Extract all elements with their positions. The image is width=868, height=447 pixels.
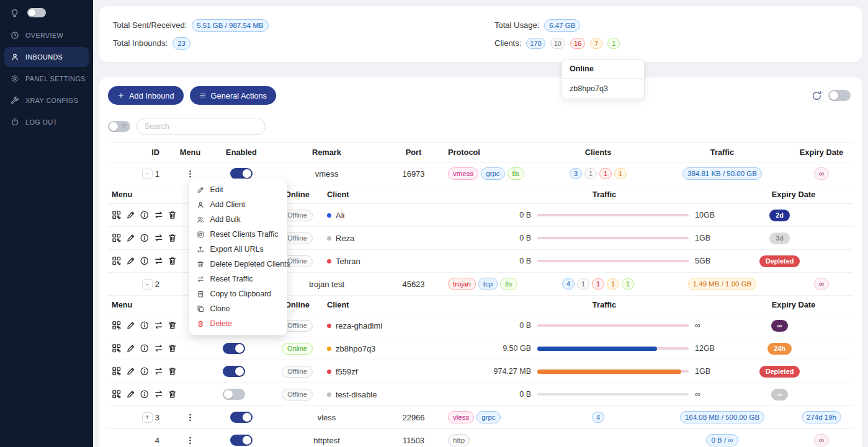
- delete-client-icon[interactable]: [168, 366, 177, 376]
- client-count-badge[interactable]: 1: [584, 168, 597, 179]
- info-icon[interactable]: [140, 389, 150, 399]
- delete-client-icon[interactable]: [168, 210, 177, 220]
- reset-client-traffic-icon[interactable]: [154, 210, 164, 220]
- reset-client-traffic-icon[interactable]: [154, 389, 164, 399]
- edit-client-icon[interactable]: [126, 389, 136, 399]
- dashboard-icon: [11, 31, 19, 40]
- reset-client-traffic-icon[interactable]: [154, 321, 164, 330]
- general-actions-button[interactable]: General Actions: [190, 86, 276, 105]
- edit-client-icon[interactable]: [126, 233, 136, 243]
- client-status-dot: [327, 324, 331, 328]
- client-count-badge[interactable]: 1: [592, 278, 604, 290]
- client-count-badge[interactable]: 1: [577, 278, 589, 290]
- row-menu-icon[interactable]: [186, 413, 195, 422]
- client-count-badge[interactable]: 4: [562, 278, 575, 290]
- total-usage-value: 6.47 GB: [544, 19, 580, 32]
- menu-item-add-bulk[interactable]: Add Bulk: [189, 212, 287, 227]
- menu-item-export-all-urls[interactable]: Export All URLs: [189, 242, 287, 257]
- wrench-icon: [11, 96, 19, 105]
- delete-client-icon[interactable]: [168, 233, 177, 243]
- sidebar-item-inbounds[interactable]: INBOUNDS: [4, 47, 89, 67]
- info-icon[interactable]: [140, 256, 150, 266]
- clients-count-badge[interactable]: 1: [607, 38, 620, 49]
- menu-item-delete[interactable]: Delete: [189, 316, 287, 331]
- inbound-enabled-toggle[interactable]: [230, 412, 253, 423]
- inbound-enabled-toggle[interactable]: [230, 168, 253, 179]
- inbound-enabled-toggle[interactable]: [230, 435, 253, 446]
- inbound-client-counts: 4: [542, 412, 654, 423]
- info-icon[interactable]: [140, 343, 150, 353]
- row-menu-icon[interactable]: [186, 436, 195, 445]
- collapse-button[interactable]: -: [142, 279, 153, 290]
- row-menu-icon[interactable]: [186, 169, 195, 179]
- delete-client-icon[interactable]: [168, 343, 177, 353]
- sidebar-item-panel-settings[interactable]: PANEL SETTINGS: [4, 69, 89, 89]
- clients-count-badge[interactable]: 10: [550, 38, 565, 49]
- qrcode-icon[interactable]: [112, 343, 122, 353]
- qrcode-icon[interactable]: [112, 233, 122, 243]
- refresh-icon[interactable]: [812, 91, 822, 101]
- client-actions: [108, 233, 195, 243]
- client-count-badge[interactable]: 1: [614, 168, 627, 179]
- delete-client-icon[interactable]: [168, 256, 177, 266]
- clients-count-badge[interactable]: 7: [590, 38, 602, 49]
- client-actions: [108, 343, 195, 353]
- add-inbound-button[interactable]: Add Inbound: [108, 86, 184, 105]
- inbound-row: + 3 vless 22966 vless grpc 4 164.08 MB /…: [108, 406, 853, 429]
- client-enabled-toggle[interactable]: [223, 366, 245, 377]
- sidebar-item-xray-configs[interactable]: XRAY CONFIGS: [4, 91, 89, 110]
- sidebar-item-overview[interactable]: OVERVIEW: [4, 25, 89, 45]
- clone-icon: [197, 305, 205, 313]
- reset-client-traffic-icon[interactable]: [154, 233, 164, 243]
- info-icon[interactable]: [140, 321, 150, 330]
- online-client-name[interactable]: zb8hpo7q3: [562, 79, 644, 99]
- reset-client-traffic-icon[interactable]: [154, 256, 164, 266]
- reset-client-traffic-icon[interactable]: [154, 343, 164, 353]
- sidebar-item-log-out[interactable]: LOG OUT: [4, 112, 89, 132]
- client-enabled-toggle[interactable]: [223, 389, 245, 400]
- menu-item-reset-traffic[interactable]: Reset Traffic: [189, 272, 287, 286]
- qrcode-icon[interactable]: [112, 389, 122, 399]
- qrcode-icon[interactable]: [112, 256, 122, 266]
- edit-client-icon[interactable]: [126, 210, 136, 220]
- clients-count-badge[interactable]: 16: [570, 38, 585, 49]
- inbound-id-cell: + 3: [108, 412, 167, 423]
- client-col-expiry: Expiry Date: [735, 190, 852, 199]
- delete-client-icon[interactable]: [168, 321, 177, 330]
- edit-client-icon[interactable]: [126, 343, 136, 353]
- add-bulk-icon: [197, 216, 205, 224]
- menu-item-clone[interactable]: Clone: [189, 301, 287, 316]
- client-enabled-toggle[interactable]: [223, 343, 245, 354]
- expand-button[interactable]: +: [142, 412, 153, 423]
- search-input[interactable]: [136, 118, 266, 135]
- info-icon[interactable]: [140, 233, 150, 243]
- collapse-button[interactable]: -: [142, 169, 153, 179]
- inbound-id: 4: [155, 436, 159, 445]
- delete-client-icon[interactable]: [168, 389, 177, 399]
- filter-toggle[interactable]: [108, 121, 130, 132]
- menu-item-delete-depleted-clients[interactable]: Delete Depleted Clients: [189, 257, 287, 272]
- clients-count-badge[interactable]: 170: [526, 38, 545, 49]
- qrcode-icon[interactable]: [112, 210, 122, 220]
- menu-item-edit[interactable]: Edit: [189, 182, 287, 197]
- edit-client-icon[interactable]: [126, 256, 136, 266]
- stats-right-column: Total Usage: 6.47 GB Clients: 170 10 16 …: [494, 16, 620, 52]
- edit-client-icon[interactable]: [126, 366, 136, 376]
- client-count-badge[interactable]: 3: [570, 168, 582, 179]
- auto-refresh-toggle[interactable]: [828, 90, 851, 101]
- reset-client-traffic-icon[interactable]: [154, 366, 164, 376]
- theme-toggle[interactable]: [27, 8, 46, 17]
- qrcode-icon[interactable]: [112, 366, 122, 376]
- client-count-badge[interactable]: 1: [607, 278, 619, 290]
- traffic-progress-bar: [537, 324, 689, 327]
- menu-item-add-client[interactable]: Add Client: [189, 197, 287, 212]
- info-icon[interactable]: [140, 210, 150, 220]
- client-count-badge[interactable]: 1: [599, 168, 612, 179]
- edit-client-icon[interactable]: [126, 321, 136, 330]
- menu-item-copy-to-clipboard[interactable]: Copy to Clipboard: [189, 286, 287, 301]
- qrcode-icon[interactable]: [112, 321, 122, 330]
- info-icon[interactable]: [140, 366, 150, 376]
- client-count-badge[interactable]: 1: [622, 278, 634, 290]
- menu-item-reset-clients-traffic[interactable]: Reset Clients Traffic: [189, 227, 287, 242]
- client-count-badge[interactable]: 4: [592, 412, 604, 423]
